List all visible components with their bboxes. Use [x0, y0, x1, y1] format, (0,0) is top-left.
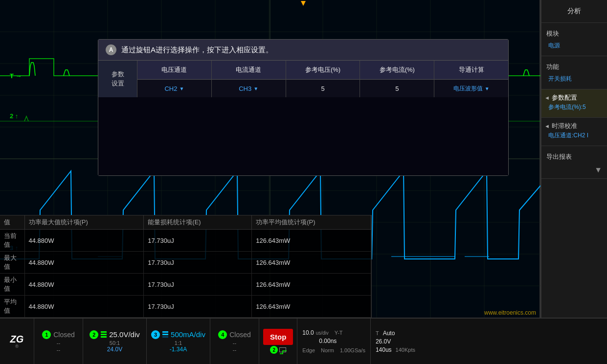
- current-channel-value[interactable]: CH3 ▼: [212, 80, 286, 97]
- conduction-calc-value[interactable]: 电压波形值 ▼: [434, 80, 508, 97]
- ch2-ratio: 50:1: [110, 340, 120, 346]
- rp-timecal-arrow: ◄: [544, 123, 550, 129]
- rp-timecal-item[interactable]: ◄ 时滞校准: [544, 122, 604, 130]
- ch3-value: -1.34A: [170, 346, 187, 353]
- trigger-mode-row: T Auto: [376, 330, 415, 337]
- ch1-sub2: --: [57, 347, 60, 353]
- ch3-channel-info[interactable]: 3 500mA/div 1:1 -1.34A: [147, 319, 210, 364]
- ch2-number: 2: [90, 330, 98, 339]
- bb-controls: Stop 2: [259, 319, 297, 364]
- rp-timecal-sub: 电压通道:CH2 I: [544, 130, 604, 142]
- ch4-number: 4: [218, 330, 227, 339]
- stats-col-energy: 能量损耗统计项(E): [144, 215, 252, 230]
- ref-voltage-header: 参考电压(%): [286, 61, 360, 80]
- stats-pmax-avg: 44.880W: [24, 296, 144, 318]
- timescale-unit: us/div: [316, 330, 329, 336]
- ch2-channel-info[interactable]: 2 25.0V/div 50:1 24.0V: [83, 319, 147, 364]
- ch2-value: 24.0V: [107, 346, 122, 353]
- stats-label-min: 最小值: [0, 274, 24, 296]
- bottom-status-bar: ZG ® 1 Closed -- -- 2 25.0V/div 50:1 24.…: [0, 318, 607, 364]
- bb-mode-info: T Auto 26.0V 140us 140Kpts: [371, 319, 420, 364]
- trigger-level-row: 26.0V: [376, 338, 415, 345]
- pos-value: 0.00ns: [319, 338, 337, 344]
- conduction-calc-col[interactable]: 导通计算 电压波形值 ▼: [434, 61, 508, 97]
- voltage-channel-header: 电压通道: [137, 61, 211, 80]
- ch4-channel-info[interactable]: 4 Closed -- --: [210, 319, 259, 364]
- trigger-norm: Norm: [321, 347, 334, 353]
- trigger-info-row: Edge Norm 1.00GSa/s: [302, 347, 365, 353]
- ch4-sub1: --: [233, 340, 236, 346]
- rp-function-item[interactable]: 功能: [544, 60, 604, 74]
- stats-pavg-min: 126.643mW: [252, 274, 371, 296]
- dialog-body: 参数设置 电压通道 CH2 ▼: [98, 61, 508, 175]
- ch1-top: 1 Closed: [38, 330, 79, 339]
- current-channel-header: 电流通道: [212, 61, 286, 80]
- stats-pavg-max: 126.643mW: [252, 252, 371, 274]
- right-panel: 分析 模块 电源 功能 开关损耗 ◄ 参数配置 参考电流(%):5 ◄ 时滞校准…: [540, 0, 607, 318]
- ref-current-header: 参考电流(%): [360, 61, 434, 80]
- rp-module-sub: 电源: [544, 41, 604, 52]
- stats-col-label: 值: [0, 215, 24, 230]
- ch3-indicator: [162, 331, 168, 338]
- ch2-marker: 2 ↑: [10, 112, 18, 120]
- rp-export-section[interactable]: 导出报表 ▼: [541, 146, 607, 179]
- stats-row-max: 最大值 44.880W 17.730uJ 126.643mW: [0, 252, 371, 274]
- stats-energy-avg: 17.730uJ: [144, 296, 252, 318]
- ch1-channel-info[interactable]: 1 Closed -- --: [34, 319, 83, 364]
- conduction-calc-dropdown[interactable]: ▼: [485, 86, 490, 91]
- voltage-channel-value[interactable]: CH2 ▼: [137, 80, 211, 97]
- ref-current-col[interactable]: 参考电流(%) 5: [360, 61, 434, 97]
- rp-paramconfig-item[interactable]: ◄ 参数配置: [544, 93, 604, 102]
- voltage-channel-col[interactable]: 电压通道 CH2 ▼: [137, 61, 212, 97]
- sample-val: 140us: [376, 346, 392, 353]
- rp-timecal-label: 时滞校准: [552, 122, 577, 130]
- stats-row-min: 最小值 44.880W 17.730uJ 126.643mW: [0, 274, 371, 296]
- stats-label-avg: 平均值: [0, 296, 24, 318]
- dialog-header-text: 通过旋钮A进行选择操作，按下进入相应设置。: [121, 45, 273, 55]
- rp-module-section[interactable]: 模块 电源: [541, 23, 607, 56]
- ch1-label: Closed: [53, 331, 75, 339]
- ref-current-value[interactable]: 5: [360, 80, 434, 97]
- yt-mode: Y-T: [335, 330, 343, 336]
- stats-energy-min: 17.730uJ: [144, 274, 252, 296]
- ch4-sub2: --: [233, 347, 236, 353]
- ref-voltage-col[interactable]: 参考电压(%) 5: [286, 61, 360, 97]
- param-dialog: A 通过旋钮A进行选择操作，按下进入相应设置。 参数设置 电压通道 CH2 ▼: [98, 39, 509, 176]
- ch2-top: 2 25.0V/div: [87, 330, 142, 339]
- rp-export-arrow: ▼: [544, 164, 604, 174]
- ch2-label: 25.0V/div: [109, 330, 140, 339]
- rp-function-section[interactable]: 功能 开关损耗: [541, 56, 607, 89]
- rp-analysis-header: 分析: [541, 0, 607, 23]
- bb-timeinfo: 10.0 us/div Y-T 0.00ns Edge Norm 1.00GSa…: [297, 319, 371, 364]
- stats-col-pmax: 功率最大值统计项(P): [24, 215, 144, 230]
- dialog-table: 参数设置 电压通道 CH2 ▼: [98, 61, 508, 97]
- stats-pavg-current: 126.643mW: [252, 230, 371, 252]
- ch1-number: 1: [42, 330, 51, 339]
- current-channel-col[interactable]: 电流通道 CH3 ▼: [212, 61, 286, 97]
- ch1-marker: T →: [10, 72, 22, 80]
- dialog-header: A 通过旋钮A进行选择操作，按下进入相应设置。: [98, 40, 508, 61]
- timescale-row: 10.0 us/div Y-T: [302, 329, 365, 336]
- rp-paramconfig-label: 参数配置: [552, 93, 577, 102]
- voltage-channel-dropdown[interactable]: ▼: [179, 86, 184, 91]
- brand-logo: ZG ®: [0, 319, 34, 364]
- stop-button[interactable]: Stop: [263, 329, 293, 345]
- ref-voltage-value[interactable]: 5: [286, 80, 360, 97]
- rp-module-item[interactable]: 模块: [544, 27, 604, 41]
- sample-rate-label: 1.00GSa/s: [340, 347, 365, 353]
- trigger-mode-val: Auto: [383, 330, 395, 337]
- rp-timecal-section[interactable]: ◄ 时滞校准 电压通道:CH2 I: [541, 118, 607, 146]
- rp-paramconfig-section[interactable]: ◄ 参数配置 参考电流(%):5: [541, 89, 607, 118]
- rp-export-item[interactable]: 导出报表: [544, 150, 604, 164]
- watermark: www.eitroenics.com: [484, 309, 536, 316]
- timescale-value: 10.0: [302, 329, 314, 336]
- stats-pmax-min: 44.880W: [24, 274, 144, 296]
- current-channel-dropdown[interactable]: ▼: [253, 86, 258, 91]
- rp-paramconfig-sub: 参考电流(%):5: [544, 102, 604, 113]
- conduction-calc-header: 导通计算: [434, 61, 508, 80]
- dialog-empty-area: [98, 97, 508, 175]
- dialog-icon: A: [106, 44, 116, 55]
- stats-col-pavg: 功率平均值统计项(P): [252, 215, 371, 230]
- stats-label-max: 最大值: [0, 252, 24, 274]
- ch3-label: 500mA/div: [171, 330, 205, 339]
